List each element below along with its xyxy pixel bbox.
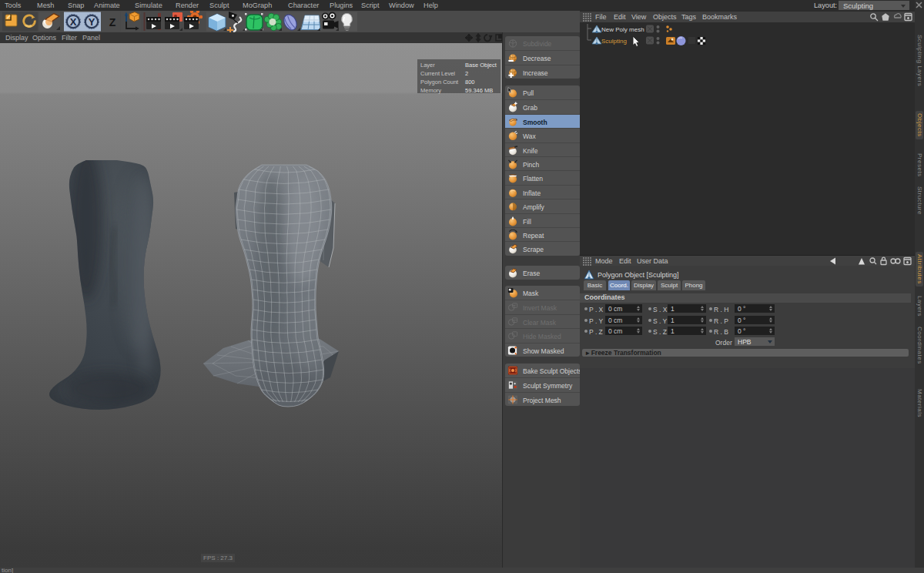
svg-text:X: X bbox=[70, 16, 77, 28]
svg-text:Z: Z bbox=[109, 16, 116, 28]
svg-text:Y: Y bbox=[89, 16, 95, 28]
svg-text:New Poly mesh: New Poly mesh bbox=[601, 26, 644, 33]
svg-text:Sculpting: Sculpting bbox=[601, 38, 627, 45]
